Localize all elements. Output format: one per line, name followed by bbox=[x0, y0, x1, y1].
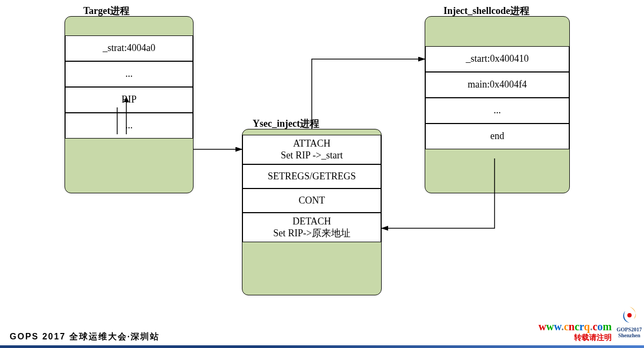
logo-icon bbox=[619, 306, 640, 324]
watermark-note: 转载请注明 bbox=[574, 333, 612, 343]
ysec-title: Ysec_inject进程 bbox=[253, 117, 319, 130]
footer-line bbox=[0, 345, 644, 348]
target-cell-2: RIP bbox=[65, 87, 193, 113]
ysec-cell-0: ATTACHSet RIP ->_start bbox=[242, 135, 381, 164]
inject-title: Inject_shellcode进程 bbox=[443, 4, 529, 17]
ysec-cell-2: CONT bbox=[242, 189, 381, 213]
target-title: Target进程 bbox=[83, 4, 130, 17]
logo: GOPS2017 Shenzhen bbox=[614, 306, 644, 338]
ysec-box: ATTACHSet RIP ->_start SETREGS/GETREGS C… bbox=[242, 129, 382, 295]
ysec-cell-1: SETREGS/GETREGS bbox=[242, 164, 381, 189]
logo-text-2: Shenzhen bbox=[614, 332, 644, 338]
ysec-cell-3: DETACHSet RIP->原来地址 bbox=[242, 213, 381, 242]
inject-cell-3: end bbox=[425, 124, 569, 149]
watermark-url: www.cncrq.com bbox=[539, 321, 612, 333]
inject-cell-1: main:0x4004f4 bbox=[425, 72, 569, 98]
inject-cell-0: _start:0x400410 bbox=[425, 46, 569, 72]
inject-cell-2: ... bbox=[425, 98, 569, 124]
target-cell-1: ... bbox=[65, 61, 193, 87]
target-cell-0: _strat:4004a0 bbox=[65, 35, 193, 61]
target-box: _strat:4004a0 ... RIP ... bbox=[65, 16, 194, 193]
footer-text: GOPS 2017 全球运维大会·深圳站 bbox=[10, 331, 160, 343]
svg-point-1 bbox=[627, 313, 632, 317]
logo-text-1: GOPS2017 bbox=[614, 327, 644, 332]
inject-box: _start:0x400410 main:0x4004f4 ... end bbox=[425, 16, 570, 193]
target-cell-3: ... bbox=[65, 113, 193, 139]
